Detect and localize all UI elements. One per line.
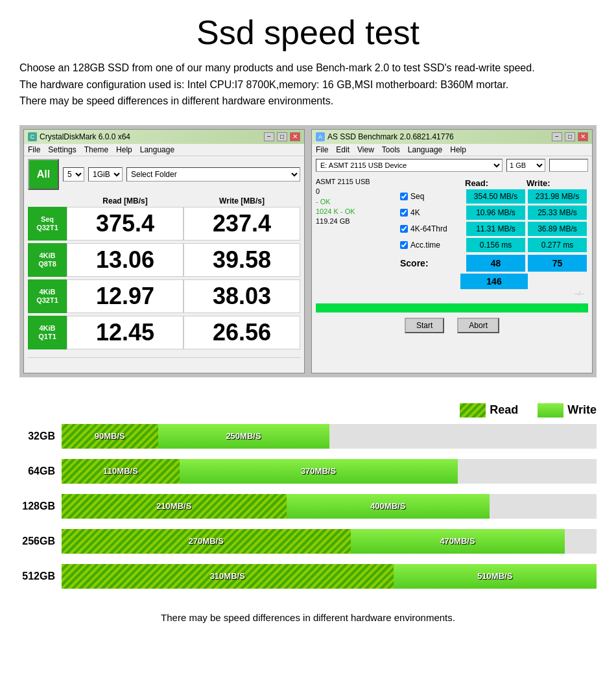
asssd-row-checkbox-1[interactable] bbox=[400, 209, 408, 217]
legend-area: Read Write bbox=[19, 403, 597, 418]
page-title: Ssd speed test bbox=[19, 13, 597, 52]
bar-container-2: 210MB/S 400MB/S bbox=[62, 494, 597, 519]
bar-read-4: 310MB/S bbox=[62, 564, 394, 589]
bar-chart-section: Read Write 32GB 90MB/S 250MB/S 64GB 110M… bbox=[19, 397, 597, 606]
cdm-folder-select[interactable]: Select Folder bbox=[126, 167, 300, 182]
asssd-menu-file[interactable]: File bbox=[316, 145, 328, 154]
bar-size-label-1: 64GB bbox=[19, 465, 55, 477]
page-wrapper: Ssd speed test Choose an 128GB SSD from … bbox=[0, 0, 616, 642]
asssd-content: ASMT 2115 USB 0 - OK 1024 K - OK 119.24 … bbox=[312, 174, 592, 300]
asssd-menu-edit[interactable]: Edit bbox=[336, 145, 349, 154]
asssd-size-select[interactable]: 1 GB bbox=[506, 159, 545, 172]
cdm-results: Read [MB/s] Write [MB/s] SeqQ32T1 375.4 … bbox=[24, 193, 304, 355]
asssd-menu-tools[interactable]: Tools bbox=[382, 145, 400, 154]
cdm-all-button[interactable]: All bbox=[28, 159, 59, 190]
asssd-row-write-1: 25.33 MB/s bbox=[528, 206, 587, 220]
asssd-device-name: ASMT 2115 USB 0 - OK 1024 K - OK 119.24 … bbox=[316, 177, 400, 227]
cdm-row-label-1: 4KiBQ8T8 bbox=[28, 243, 67, 277]
cdm-menu-theme[interactable]: Theme bbox=[84, 145, 108, 154]
bar-row-256gb: 256GB 270MB/S 470MB/S bbox=[19, 529, 597, 554]
asssd-progress-bar bbox=[316, 303, 588, 312]
bar-write-4: 510MB/S bbox=[394, 564, 597, 589]
asssd-row: Seq 354.50 MB/s 231.98 MB/s bbox=[400, 189, 588, 204]
asssd-menu-view[interactable]: View bbox=[357, 145, 374, 154]
cdm-row-read-2: 12.97 bbox=[67, 279, 184, 313]
bar-read-2: 210MB/S bbox=[62, 494, 287, 519]
bar-write-0: 250MB/S bbox=[158, 424, 329, 449]
cdm-count-select[interactable]: 5 bbox=[63, 167, 84, 182]
cdm-row-read-0: 375.4 bbox=[67, 207, 184, 241]
desc-line-3: There may be speed differences in differ… bbox=[19, 95, 333, 106]
asssd-write-header: Write: bbox=[527, 178, 588, 188]
cdm-write-header: Write [MB/s] bbox=[184, 196, 300, 206]
cdm-menu-language[interactable]: Language bbox=[140, 145, 174, 154]
bar-write-1: 370MB/S bbox=[180, 459, 458, 484]
asssd-window-controls[interactable]: − □ ✕ bbox=[552, 132, 588, 141]
cdm-row: 4KiBQ32T1 12.97 38.03 bbox=[28, 279, 300, 313]
cdm-titlebar: C CrystalDiskMark 6.0.0 x64 − □ ✕ bbox=[24, 130, 304, 144]
asssd-minimize-btn[interactable]: − bbox=[552, 132, 562, 141]
legend-read-label: Read bbox=[490, 403, 518, 417]
asssd-buttons: Start Abort bbox=[312, 315, 592, 336]
asssd-score-label: Score: bbox=[400, 258, 465, 268]
cdm-minimize-btn[interactable]: − bbox=[264, 132, 274, 141]
desc-line-1: Choose an 128GB SSD from one of our many… bbox=[19, 62, 535, 73]
desc-line-2: The hardware configuration used is: Inte… bbox=[19, 79, 508, 90]
asssd-filter-input[interactable] bbox=[549, 159, 588, 172]
legend-read: Read bbox=[460, 403, 518, 418]
cdm-size-select[interactable]: 1GiB bbox=[88, 167, 123, 182]
cdm-read-header: Read [MB/s] bbox=[67, 196, 184, 206]
asssd-menu-help[interactable]: Help bbox=[450, 145, 466, 154]
asssd-row-write-3: 0.277 ms bbox=[528, 238, 587, 252]
asssd-device-select[interactable]: E: ASMT 2115 USB Device bbox=[316, 159, 503, 172]
bar-row-512gb: 512GB 310MB/S 510MB/S bbox=[19, 564, 597, 589]
bar-read-0: 90MB/S bbox=[62, 424, 158, 449]
asssd-title-left: A AS SSD Benchmark 2.0.6821.41776 bbox=[316, 132, 454, 141]
cdm-window: C CrystalDiskMark 6.0.0 x64 − □ ✕ File S… bbox=[23, 129, 305, 373]
asssd-close-btn[interactable]: ✕ bbox=[578, 132, 588, 141]
asssd-start-button[interactable]: Start bbox=[405, 318, 444, 333]
bar-row-64gb: 64GB 110MB/S 370MB/S bbox=[19, 459, 597, 484]
asssd-left-panel: ASMT 2115 USB 0 - OK 1024 K - OK 119.24 … bbox=[316, 177, 400, 297]
asssd-progress-area bbox=[312, 301, 592, 315]
cdm-row-write-3: 26.56 bbox=[184, 316, 300, 349]
asssd-row-read-3: 0.156 ms bbox=[466, 238, 525, 252]
cdm-row: SeqQ32T1 375.4 237.4 bbox=[28, 207, 300, 241]
asssd-menu-language[interactable]: Language bbox=[408, 145, 442, 154]
cdm-menu-help[interactable]: Help bbox=[116, 145, 132, 154]
footer-note: There may be speed differences in differ… bbox=[19, 612, 597, 623]
bar-container-4: 310MB/S 510MB/S bbox=[62, 564, 597, 589]
cdm-menu-file[interactable]: File bbox=[28, 145, 40, 154]
cdm-row-read-1: 13.06 bbox=[67, 243, 184, 277]
asssd-right-panel: Read: Write: Seq 354.50 MB/s 231.98 MB/s… bbox=[400, 177, 588, 297]
legend-write-swatch bbox=[538, 403, 563, 418]
asssd-row-read-2: 11.31 MB/s bbox=[466, 222, 525, 236]
cdm-row-write-1: 39.58 bbox=[184, 243, 300, 277]
cdm-window-controls[interactable]: − □ ✕ bbox=[264, 132, 300, 141]
asssd-total-row: 146 bbox=[400, 274, 588, 289]
cdm-window-title: CrystalDiskMark 6.0.0 x64 bbox=[40, 132, 130, 141]
bar-container-3: 270MB/S 470MB/S bbox=[62, 529, 597, 554]
legend-write: Write bbox=[538, 403, 597, 418]
asssd-row-write-0: 231.98 MB/s bbox=[528, 189, 587, 204]
cdm-row-label-3: 4KiBQ1T1 bbox=[28, 316, 67, 349]
bar-write-2: 400MB/S bbox=[287, 494, 490, 519]
cdm-menu-settings[interactable]: Settings bbox=[48, 145, 76, 154]
asssd-window: A AS SSD Benchmark 2.0.6821.41776 − □ ✕ … bbox=[311, 129, 593, 373]
legend-read-swatch bbox=[460, 403, 486, 418]
asssd-row: 4K 10.96 MB/s 25.33 MB/s bbox=[400, 206, 588, 220]
asssd-row-checkbox-0[interactable] bbox=[400, 193, 408, 200]
asssd-maximize-btn[interactable]: □ bbox=[565, 132, 575, 141]
cdm-row-read-3: 12.45 bbox=[67, 316, 184, 349]
asssd-abort-button[interactable]: Abort bbox=[457, 318, 499, 333]
cdm-maximize-btn[interactable]: □ bbox=[277, 132, 287, 141]
asssd-row-label-0: Seq bbox=[400, 192, 465, 201]
asssd-titlebar: A AS SSD Benchmark 2.0.6821.41776 − □ ✕ bbox=[312, 130, 592, 144]
asssd-menubar: File Edit View Tools Language Help bbox=[312, 144, 592, 156]
asssd-row-checkbox-3[interactable] bbox=[400, 241, 408, 249]
asssd-row-label-3: Acc.time bbox=[400, 241, 465, 250]
bar-row-128gb: 128GB 210MB/S 400MB/S bbox=[19, 494, 597, 519]
cdm-row-write-0: 237.4 bbox=[184, 207, 300, 241]
asssd-row-checkbox-2[interactable] bbox=[400, 225, 408, 233]
cdm-close-btn[interactable]: ✕ bbox=[290, 132, 300, 141]
